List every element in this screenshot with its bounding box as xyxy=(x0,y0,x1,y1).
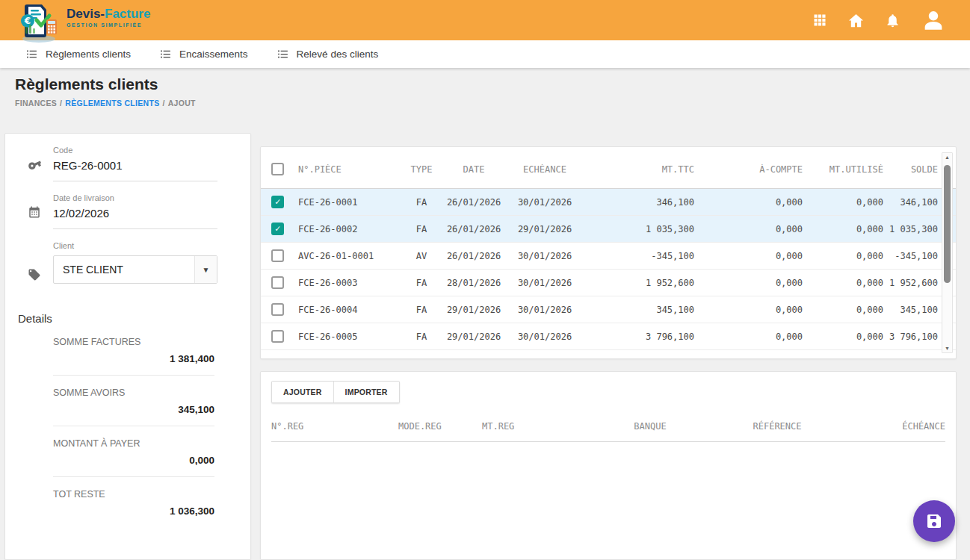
list-icon xyxy=(25,48,38,60)
cell-type: FA xyxy=(403,278,440,288)
code-input[interactable]: REG-26-0001 xyxy=(53,159,217,181)
delivery-date-label: Date de livraison xyxy=(53,193,217,202)
detail-label: TOT RESTE xyxy=(53,489,214,500)
importer-button[interactable]: IMPORTER xyxy=(334,382,399,402)
cell-mt_ttc: 1 035,300 xyxy=(582,224,694,234)
cell-mt_utilise: 0,000 xyxy=(803,278,883,288)
col-header-mt-reg: MT.REG xyxy=(482,421,587,432)
list-icon xyxy=(277,48,289,60)
cell-piece: AVC-26-01-0001 xyxy=(298,251,403,261)
ajouter-button[interactable]: AJOUTER xyxy=(272,382,334,402)
invoice-row[interactable]: ✓FCE-26-0002FA26/01/202629/01/20261 035,… xyxy=(261,216,956,243)
col-header-reference: RÉFÉRENCE xyxy=(714,421,841,432)
cell-a_compte: 0,000 xyxy=(694,197,803,208)
cell-mt_ttc: 346,100 xyxy=(582,197,694,208)
user-avatar-icon[interactable] xyxy=(921,7,946,33)
invoice-row[interactable]: FCE-26-0003FA28/01/202630/01/20261 952,6… xyxy=(261,270,956,296)
key-icon xyxy=(28,158,42,175)
tab-label: Règlements clients xyxy=(46,49,131,60)
brand-tagline: GESTION SIMPLIFIÉE xyxy=(67,22,150,28)
home-icon[interactable] xyxy=(847,12,865,29)
save-icon xyxy=(925,512,943,530)
tab-encaissements[interactable]: Encaissements xyxy=(159,48,248,60)
col-header-mt-ttc: MT.TTC xyxy=(582,164,694,175)
client-select[interactable]: STE CLIENT ▼ xyxy=(53,255,217,284)
cell-type: FA xyxy=(403,224,440,234)
row-checkbox[interactable] xyxy=(271,249,284,262)
cell-solde: 1 035,300 xyxy=(883,224,938,234)
cell-mt_utilise: 0,000 xyxy=(803,251,883,261)
scrollbar-thumb[interactable] xyxy=(944,165,951,283)
cell-a_compte: 0,000 xyxy=(694,305,803,315)
details-rows: SOMME FACTURES1 381,400SOMME AVOIRS345,1… xyxy=(5,325,250,527)
payments-actions: AJOUTER IMPORTER xyxy=(271,381,400,403)
invoice-row[interactable]: FCE-26-0005FA29/01/202630/01/20263 796,1… xyxy=(261,323,956,350)
tab-releve-des-clients[interactable]: Relevé des clients xyxy=(277,48,379,60)
cell-a_compte: 0,000 xyxy=(694,278,803,288)
cell-mt_ttc: 1 952,600 xyxy=(582,278,694,288)
select-all-checkbox[interactable] xyxy=(271,163,284,175)
invoices-table-body: ✓FCE-26-0001FA26/01/202630/01/2026346,10… xyxy=(261,189,956,350)
cell-date: 29/01/2026 xyxy=(440,305,507,315)
tab-label: Relevé des clients xyxy=(297,49,379,60)
cell-date: 26/01/2026 xyxy=(440,224,507,234)
delivery-date-field: Date de livraison 12/02/2026 xyxy=(5,181,250,229)
cell-mt_utilise: 0,000 xyxy=(803,224,883,234)
cell-date: 26/01/2026 xyxy=(440,197,507,208)
cell-solde: 345,100 xyxy=(883,305,938,315)
apps-grid-icon[interactable] xyxy=(812,13,827,28)
cell-echeance: 30/01/2026 xyxy=(507,251,582,261)
row-checkbox[interactable] xyxy=(271,303,284,316)
invoice-row[interactable]: AVC-26-01-0001AV26/01/202630/01/2026-345… xyxy=(261,243,956,270)
scroll-up-arrow[interactable]: ▲ xyxy=(942,155,952,160)
topbar-actions xyxy=(812,7,970,33)
cell-a_compte: 0,000 xyxy=(694,224,803,234)
client-field: Client STE CLIENT ▼ xyxy=(5,229,250,284)
col-header-a-compte: À-COMPTE xyxy=(694,164,803,175)
cell-type: FA xyxy=(403,305,440,315)
row-checkbox[interactable] xyxy=(271,330,284,343)
col-header-date: DATE xyxy=(440,164,507,175)
cell-echeance: 30/01/2026 xyxy=(507,278,582,288)
brand[interactable]: € Devis-Facture GESTION SIMPLIFIÉE xyxy=(16,0,150,43)
detail-label: MONTANT À PAYER xyxy=(53,438,214,449)
breadcrumb-reglements-clients-link[interactable]: RÈGLEMENTS CLIENTS xyxy=(65,99,159,108)
cell-mt_utilise: 0,000 xyxy=(803,332,883,342)
row-checkbox[interactable]: ✓ xyxy=(271,223,284,235)
cell-solde: 346,100 xyxy=(883,197,938,208)
chevron-down-icon[interactable]: ▼ xyxy=(194,256,217,283)
tab-reglements-clients[interactable]: Règlements clients xyxy=(25,48,131,60)
brand-name-secondary: Facture xyxy=(105,7,150,21)
save-button[interactable] xyxy=(913,500,955,542)
cell-mt_utilise: 0,000 xyxy=(803,197,883,208)
calendar-icon xyxy=(28,205,41,222)
col-header-echeance-reg: ÉCHÉANCE xyxy=(841,421,945,432)
breadcrumb: FINANCES/RÈGLEMENTS CLIENTS/AJOUT xyxy=(15,99,196,108)
cell-piece: FCE-26-0002 xyxy=(298,224,403,234)
table-scrollbar[interactable]: ▲ ▼ xyxy=(942,152,953,353)
module-tabs-bar: Règlements clients Encaissements Relevé … xyxy=(0,40,970,68)
cell-date: 29/01/2026 xyxy=(440,332,507,342)
detail-value: 345,100 xyxy=(53,404,214,415)
invoice-row[interactable]: ✓FCE-26-0001FA26/01/202630/01/2026346,10… xyxy=(261,189,956,216)
delivery-date-input[interactable]: 12/02/2026 xyxy=(53,207,217,229)
breadcrumb-ajout: AJOUT xyxy=(168,99,196,108)
code-label: Code xyxy=(53,146,217,155)
row-checkbox[interactable]: ✓ xyxy=(271,196,284,208)
invoice-row[interactable]: FCE-26-0004FA29/01/202630/01/2026345,100… xyxy=(261,296,956,323)
payments-table-header: N°.REG MODE.REG MT.REG BANQUE RÉFÉRENCE … xyxy=(271,421,945,442)
cell-mt_ttc: 345,100 xyxy=(582,305,694,315)
cell-solde: 1 952,600 xyxy=(883,278,938,288)
cell-type: FA xyxy=(403,197,440,208)
scroll-down-arrow[interactable]: ▼ xyxy=(942,346,952,351)
list-icon xyxy=(159,48,172,60)
cell-a_compte: 0,000 xyxy=(694,332,803,342)
cell-piece: FCE-26-0003 xyxy=(298,278,403,288)
detail-row: TOT RESTE1 036,300 xyxy=(53,477,214,527)
page-title: Règlements clients xyxy=(15,75,196,93)
row-checkbox[interactable] xyxy=(271,276,284,289)
notifications-icon[interactable] xyxy=(885,13,901,28)
svg-text:€: € xyxy=(24,16,31,26)
detail-row: SOMME FACTURES1 381,400 xyxy=(53,325,214,376)
detail-value: 0,000 xyxy=(53,455,214,466)
